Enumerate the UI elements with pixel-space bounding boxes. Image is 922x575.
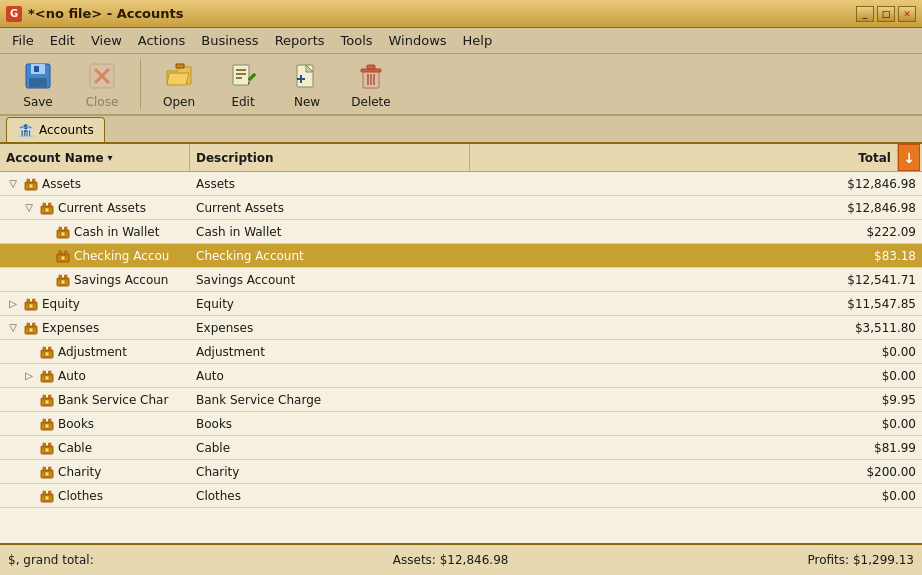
menu-view[interactable]: View [83, 30, 130, 51]
menu-reports[interactable]: Reports [267, 30, 333, 51]
edit-label: Edit [231, 95, 254, 109]
table-row[interactable]: ▽ExpensesExpenses$3,511.80 [0, 316, 922, 340]
close-icon [86, 60, 118, 92]
menu-tools[interactable]: Tools [333, 30, 381, 51]
svg-rect-30 [65, 227, 68, 231]
tab-accounts-label: Accounts [39, 123, 94, 137]
svg-rect-66 [49, 443, 52, 447]
edit-button[interactable]: Edit [213, 57, 273, 111]
row-toggle[interactable]: ▷ [22, 369, 36, 383]
toolbar: Save Close Open [0, 54, 922, 116]
table-row[interactable]: Savings AccounSavings Account$12,541.71 [0, 268, 922, 292]
svg-rect-29 [59, 227, 62, 231]
open-icon [163, 60, 195, 92]
table-row[interactable]: Cash in WalletCash in Wallet$222.09 [0, 220, 922, 244]
svg-rect-45 [27, 323, 30, 327]
svg-rect-63 [45, 424, 49, 428]
open-button[interactable]: Open [149, 57, 209, 111]
menu-help[interactable]: Help [455, 30, 501, 51]
svg-rect-65 [43, 443, 46, 447]
delete-label: Delete [351, 95, 390, 109]
row-toggle[interactable]: ▽ [22, 201, 36, 215]
account-icon [40, 417, 54, 431]
svg-rect-67 [45, 448, 49, 452]
tab-accounts-icon: 🏦 [17, 122, 34, 138]
svg-rect-69 [43, 467, 46, 471]
save-icon [22, 60, 54, 92]
account-icon [56, 249, 70, 263]
row-toggle[interactable]: ▽ [6, 177, 20, 191]
svg-rect-62 [49, 419, 52, 423]
maximize-button[interactable]: □ [877, 6, 895, 22]
account-icon [56, 225, 70, 239]
svg-rect-49 [43, 347, 46, 351]
svg-rect-26 [49, 203, 52, 207]
svg-rect-57 [43, 395, 46, 399]
svg-rect-31 [61, 232, 65, 236]
table-row[interactable]: CableCable$81.99 [0, 436, 922, 460]
table-row[interactable]: CharityCharity$200.00 [0, 460, 922, 484]
svg-rect-41 [27, 299, 30, 303]
table-row[interactable]: ▷EquityEquity$11,547.85 [0, 292, 922, 316]
svg-rect-75 [45, 496, 49, 500]
svg-rect-50 [49, 347, 52, 351]
table-row[interactable]: ▽Current AssetsCurrent Assets$12,846.98 [0, 196, 922, 220]
svg-rect-33 [59, 251, 62, 255]
account-icon [24, 321, 38, 335]
th-account-name[interactable]: Account Name ▾ [0, 144, 190, 171]
table-row[interactable]: Checking AccouChecking Account$83.18 [0, 244, 922, 268]
close-button[interactable]: ✕ [898, 6, 916, 22]
svg-rect-46 [33, 323, 36, 327]
table-header: Account Name ▾ Description Total ↓ [0, 144, 922, 172]
menu-business[interactable]: Business [193, 30, 266, 51]
svg-rect-21 [27, 179, 30, 183]
svg-rect-39 [61, 280, 65, 284]
svg-rect-55 [45, 376, 49, 380]
svg-rect-43 [29, 304, 33, 308]
account-icon [40, 441, 54, 455]
th-total: Total [470, 144, 898, 171]
close-label: Close [86, 95, 119, 109]
delete-button[interactable]: Delete [341, 57, 401, 111]
table-row[interactable]: ▽AssetsAssets$12,846.98 [0, 172, 922, 196]
minimize-button[interactable]: _ [856, 6, 874, 22]
toolbar-separator-1 [140, 59, 141, 109]
svg-rect-70 [49, 467, 52, 471]
svg-rect-53 [43, 371, 46, 375]
svg-rect-35 [61, 256, 65, 260]
menu-actions[interactable]: Actions [130, 30, 194, 51]
svg-rect-73 [43, 491, 46, 495]
table-row[interactable]: BooksBooks$0.00 [0, 412, 922, 436]
new-icon [291, 60, 323, 92]
save-button[interactable]: Save [8, 57, 68, 111]
window-title: *<no file> - Accounts [28, 6, 184, 21]
svg-rect-51 [45, 352, 49, 356]
svg-rect-13 [297, 78, 305, 80]
tab-accounts[interactable]: 🏦 Accounts [6, 117, 105, 142]
svg-rect-8 [236, 69, 246, 71]
svg-rect-58 [49, 395, 52, 399]
svg-rect-25 [43, 203, 46, 207]
save-label: Save [23, 95, 52, 109]
account-icon [40, 489, 54, 503]
table-row[interactable]: AdjustmentAdjustment$0.00 [0, 340, 922, 364]
new-button[interactable]: New [277, 57, 337, 111]
svg-rect-61 [43, 419, 46, 423]
close-button-toolbar: Close [72, 57, 132, 111]
svg-rect-59 [45, 400, 49, 404]
edit-icon [227, 60, 259, 92]
profits-total: Profits: $1,299.13 [808, 553, 914, 567]
th-description[interactable]: Description [190, 144, 470, 171]
row-toggle[interactable]: ▽ [6, 321, 20, 335]
table-row[interactable]: Bank Service CharBank Service Charge$9.9… [0, 388, 922, 412]
grand-total-label: $, grand total: [8, 553, 94, 567]
column-config-button[interactable]: ↓ [898, 144, 920, 171]
row-toggle[interactable]: ▷ [6, 297, 20, 311]
menu-edit[interactable]: Edit [42, 30, 83, 51]
menu-file[interactable]: File [4, 30, 42, 51]
menu-windows[interactable]: Windows [381, 30, 455, 51]
account-icon [40, 369, 54, 383]
table-row[interactable]: ClothesClothes$0.00 [0, 484, 922, 508]
table-row[interactable]: ▷AutoAuto$0.00 [0, 364, 922, 388]
main-content: Account Name ▾ Description Total ↓ ▽Asse… [0, 144, 922, 543]
